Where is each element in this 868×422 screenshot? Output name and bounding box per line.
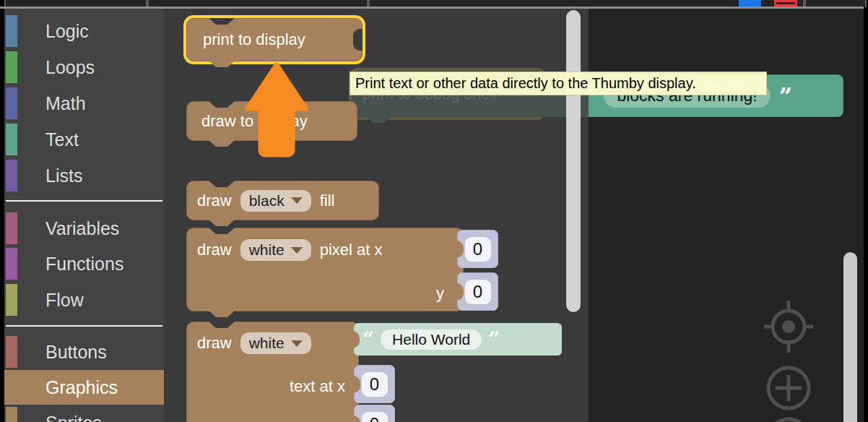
workspace-zoom-controls xyxy=(758,295,823,422)
category-color-chip xyxy=(6,87,17,119)
sidebar-item-lists[interactable]: Lists xyxy=(4,158,164,193)
number-shadow-block[interactable]: 0 xyxy=(457,230,498,268)
topbar-red-outline-button[interactable] xyxy=(774,0,797,7)
sidebar-divider xyxy=(6,325,162,327)
block-label: draw xyxy=(197,191,232,210)
category-color-chip xyxy=(6,336,17,368)
dropdown-value: white xyxy=(249,335,285,352)
block-top-notch xyxy=(209,18,235,25)
flyout-scrollbar[interactable] xyxy=(566,10,581,312)
sidebar-item-buttons[interactable]: Buttons xyxy=(4,335,164,369)
block-label: fill xyxy=(320,191,335,210)
connector-tab xyxy=(353,376,360,393)
block-label: y xyxy=(436,284,444,303)
topbar-blue-button[interactable] xyxy=(739,0,761,7)
sidebar-item-label: Loops xyxy=(45,57,95,78)
category-color-chip xyxy=(6,248,17,280)
sidebar-item-label: Variables xyxy=(45,218,119,239)
sidebar-item-flow[interactable]: Flow xyxy=(4,283,164,317)
sidebar-item-label: Buttons xyxy=(45,342,107,363)
draw-pixel-block[interactable]: draw white pixel at x y xyxy=(186,228,464,311)
category-color-chip xyxy=(6,160,17,191)
category-color-chip xyxy=(6,371,17,403)
color-dropdown[interactable]: white xyxy=(240,239,311,261)
chevron-down-icon xyxy=(291,197,303,204)
sidebar-item-variables[interactable]: Variables xyxy=(4,211,164,246)
value-input-notch xyxy=(353,29,363,51)
sidebar-divider xyxy=(6,200,162,202)
category-color-chip xyxy=(6,212,17,244)
number-shadow-block[interactable]: 0 xyxy=(457,272,498,311)
sidebar-item-sprites[interactable]: Sprites xyxy=(4,405,164,422)
sidebar-item-logic[interactable]: Logic xyxy=(4,14,164,48)
thumby-block-editor: print to debug shell “ blocks are runnin… xyxy=(0,0,868,422)
sidebar-item-graphics[interactable]: Graphics xyxy=(4,370,164,405)
print-to-display-block[interactable]: print to display xyxy=(186,18,363,61)
chevron-down-icon xyxy=(291,247,303,254)
number-field[interactable]: 0 xyxy=(362,372,388,397)
sidebar-item-label: Flow xyxy=(45,290,84,311)
zoom-out-icon[interactable] xyxy=(768,419,809,422)
connector-tab xyxy=(456,241,464,258)
draw-fill-block[interactable]: draw black fill xyxy=(186,181,379,220)
number-field[interactable]: 0 xyxy=(465,280,491,304)
block-top-notch xyxy=(209,101,235,108)
sidebar-item-label: Math xyxy=(45,93,86,114)
toolbox-categories: Logic Loops Math Text Lists Variables Fu… xyxy=(4,9,164,422)
connector-tab xyxy=(456,283,464,301)
block-top-notch xyxy=(209,181,235,187)
category-color-chip xyxy=(6,51,17,83)
block-label: text at x xyxy=(290,377,345,396)
close-quote-icon: ” xyxy=(488,336,500,343)
color-dropdown[interactable]: black xyxy=(240,190,311,212)
connector-tab xyxy=(353,415,360,422)
text-shadow-block[interactable]: “ Hello World ” xyxy=(354,323,562,356)
open-quote-icon: “ xyxy=(363,336,374,343)
block-top-notch xyxy=(209,322,235,328)
category-color-chip xyxy=(6,407,17,422)
dropdown-value: black xyxy=(249,192,285,210)
text-field[interactable]: Hello World xyxy=(381,330,482,350)
workspace-scrollbar[interactable] xyxy=(843,252,857,422)
sidebar-item-functions[interactable]: Functions xyxy=(4,246,164,281)
category-color-chip xyxy=(6,284,17,316)
zoom-reset-icon[interactable] xyxy=(764,301,813,353)
zoom-in-icon[interactable] xyxy=(768,368,809,408)
sidebar-item-label: Logic xyxy=(45,21,89,42)
close-quote-icon: ” xyxy=(779,92,792,100)
sidebar-item-label: Functions xyxy=(45,254,123,275)
block-label: pixel at x xyxy=(320,241,383,259)
block-label: y xyxy=(337,418,345,422)
number-shadow-block[interactable]: 0 xyxy=(354,365,395,403)
sidebar-item-label: Lists xyxy=(45,165,82,186)
chevron-down-icon xyxy=(291,340,303,347)
drag-arrow-cursor-icon xyxy=(243,62,310,160)
block-label: draw xyxy=(197,241,232,259)
sidebar-item-math[interactable]: Math xyxy=(4,86,164,121)
color-dropdown[interactable]: white xyxy=(240,332,311,354)
draw-text-block[interactable]: draw white text at x y xyxy=(186,322,359,422)
block-label: print to display xyxy=(203,30,305,49)
block-label: draw xyxy=(197,334,232,353)
category-color-chip xyxy=(6,15,17,47)
sidebar-item-text[interactable]: Text xyxy=(4,122,164,157)
dropdown-value: white xyxy=(249,241,285,259)
connector-tab xyxy=(352,331,360,348)
tooltip-text: Print text or other data directly to the… xyxy=(355,75,696,92)
sidebar-item-loops[interactable]: Loops xyxy=(4,50,164,85)
sidebar-item-label: Text xyxy=(45,129,79,150)
category-color-chip xyxy=(6,124,17,155)
number-field[interactable]: 0 xyxy=(362,412,388,422)
number-field[interactable]: 0 xyxy=(465,237,491,262)
block-tooltip: Print text or other data directly to the… xyxy=(350,72,767,95)
block-top-notch xyxy=(209,228,235,234)
sidebar-item-label: Sprites xyxy=(45,413,102,422)
sidebar-item-label: Graphics xyxy=(45,377,118,398)
number-shadow-block[interactable]: 0 xyxy=(354,405,395,422)
